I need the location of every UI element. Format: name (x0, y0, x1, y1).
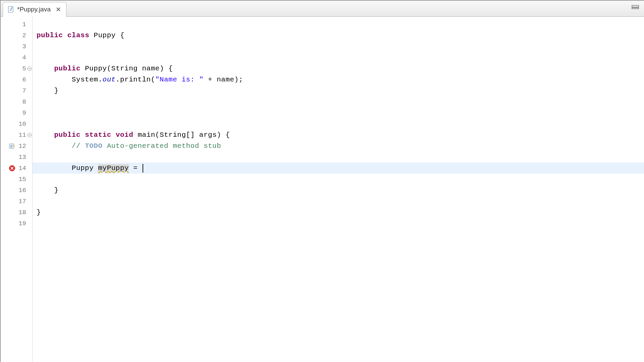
code-token (89, 32, 94, 39)
svg-rect-7 (29, 135, 31, 135)
line-number: 1 (22, 21, 26, 28)
line-number: 16 (18, 187, 26, 194)
code-token (37, 142, 72, 150)
code-token: myPuppy (98, 164, 129, 172)
svg-rect-3 (632, 8, 639, 9)
code-token (37, 65, 54, 72)
code-token: public (54, 65, 80, 72)
code-token (80, 131, 85, 139)
text-cursor (143, 164, 143, 173)
tab-close-button[interactable] (55, 6, 61, 12)
gutter-line: 18 (1, 207, 32, 218)
line-number: 6 (22, 76, 26, 83)
code-token: static (85, 131, 111, 139)
gutter-line: 13 (1, 152, 32, 163)
code-line[interactable]: Puppy myPuppy = (33, 163, 644, 174)
code-token: // (72, 142, 85, 150)
editor-tab[interactable]: J *Puppy.java (3, 2, 66, 17)
code-token: Puppy (94, 32, 116, 39)
gutter-line: 7 (1, 85, 32, 96)
code-token: } (37, 186, 59, 194)
fold-toggle-icon[interactable] (27, 133, 32, 137)
code-line[interactable]: } (33, 185, 644, 196)
gutter-line: 11 (1, 129, 32, 140)
line-number: 13 (18, 154, 26, 161)
gutter-line: 4 (1, 52, 32, 63)
gutter-line: 2 (1, 30, 32, 41)
quickfix-marker-icon[interactable] (9, 143, 15, 149)
code-token: "Name is: " (155, 76, 204, 83)
line-number: 19 (18, 220, 26, 227)
java-file-icon: J (8, 6, 14, 13)
code-token: (String[] args) { (155, 131, 230, 139)
code-token: + name); (204, 76, 243, 83)
svg-rect-11 (10, 147, 12, 147)
code-line[interactable] (33, 41, 644, 52)
gutter-line: 5 (1, 63, 32, 74)
line-number: 3 (22, 43, 26, 50)
code-token (80, 65, 85, 72)
fold-toggle-icon[interactable] (27, 66, 32, 71)
line-gutter: 12345678910111213141516171819 (1, 17, 33, 362)
line-number: 5 (22, 65, 26, 72)
gutter-line: 15 (1, 174, 32, 185)
code-token (63, 32, 67, 39)
gutter-line: 10 (1, 118, 32, 129)
line-number: 2 (22, 32, 26, 39)
code-line[interactable] (33, 107, 644, 118)
code-line[interactable]: System.out.println("Name is: " + name); (33, 74, 644, 85)
svg-rect-2 (632, 5, 639, 7)
code-line[interactable]: public static void main(String[] args) { (33, 129, 644, 140)
line-number: 9 (22, 109, 26, 117)
line-number: 4 (22, 54, 26, 61)
gutter-line: 17 (1, 196, 32, 207)
gutter-line: 6 (1, 74, 32, 85)
code-line[interactable]: } (33, 207, 644, 218)
error-marker-icon[interactable] (9, 165, 15, 172)
code-line[interactable] (33, 152, 644, 163)
editor-container: J *Puppy.java 12345678910111213141516171… (0, 0, 644, 362)
minimize-view-button[interactable] (631, 5, 639, 9)
code-token: Puppy (85, 65, 107, 72)
code-line[interactable]: public Puppy(String name) { (33, 63, 644, 74)
code-token: } (37, 208, 41, 216)
svg-rect-9 (10, 145, 13, 145)
code-line[interactable] (33, 118, 644, 129)
code-token: { (116, 32, 124, 39)
code-line[interactable]: public class Puppy { (33, 30, 644, 41)
code-line[interactable] (33, 218, 644, 229)
code-token: void (116, 131, 133, 139)
svg-text:J: J (10, 8, 12, 11)
gutter-line: 9 (1, 107, 32, 118)
code-token: public (37, 32, 63, 39)
code-token: System. (37, 76, 103, 83)
code-line[interactable] (33, 96, 644, 107)
line-number: 14 (18, 165, 26, 172)
code-line[interactable] (33, 174, 644, 185)
line-number: 11 (18, 131, 26, 139)
code-line[interactable] (33, 19, 644, 30)
code-token: } (37, 87, 59, 95)
code-token: .println( (116, 76, 155, 83)
line-number: 12 (18, 142, 26, 150)
code-line[interactable]: } (33, 85, 644, 96)
code-token: class (67, 32, 90, 39)
code-token (111, 131, 116, 139)
code-token: Auto-generated method stub (103, 142, 221, 150)
code-token (133, 131, 138, 139)
line-number: 15 (18, 176, 26, 183)
gutter-line: 14 (1, 163, 32, 174)
editor-wrap: 12345678910111213141516171819 public cla… (1, 17, 644, 362)
code-area[interactable]: public class Puppy { public Puppy(String… (33, 17, 644, 362)
line-number: 17 (18, 198, 26, 205)
code-token (37, 131, 54, 139)
code-line[interactable] (33, 52, 644, 63)
code-line[interactable] (33, 196, 644, 207)
gutter-line: 8 (1, 96, 32, 107)
gutter-line: 16 (1, 185, 32, 196)
code-line[interactable]: // TODO Auto-generated method stub (33, 140, 644, 152)
svg-rect-5 (29, 68, 31, 69)
code-token: Puppy (37, 164, 98, 172)
svg-rect-10 (10, 146, 13, 146)
code-token: main (138, 131, 155, 139)
